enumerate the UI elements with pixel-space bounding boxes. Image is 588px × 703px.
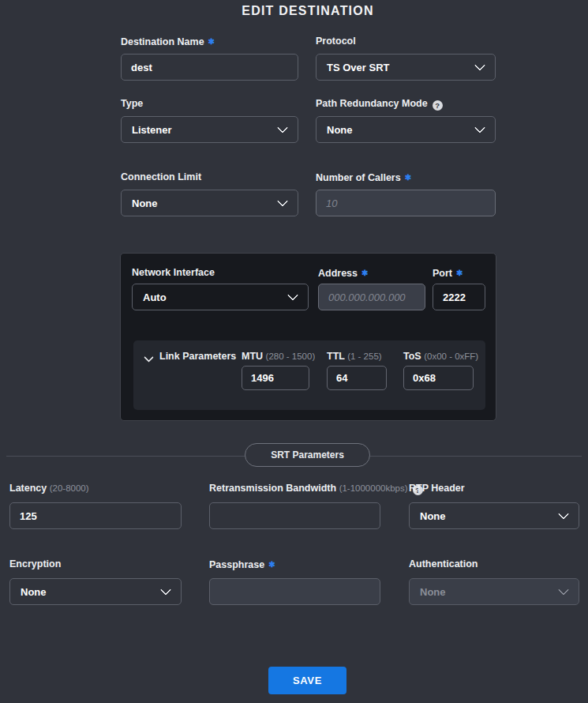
srt-parameters-badge: SRT Parameters (245, 443, 370, 467)
edit-destination-form: EDIT DESTINATION Destination Name✱ Proto… (0, 0, 588, 703)
path-redundancy-value: None (327, 124, 353, 136)
passphrase-label: Passphrase✱ (209, 558, 380, 570)
mtu-hint: (280 - 1500) (266, 352, 316, 361)
rtp-header-field: RTP Header None (409, 483, 579, 529)
protocol-select[interactable]: TS Over SRT (316, 54, 496, 81)
link-parameters-panel: Link Parameters MTU (280 - 1500) TTL (1 … (133, 340, 485, 410)
chevron-down-icon (474, 60, 485, 71)
encryption-select[interactable]: None (9, 578, 182, 605)
network-interface-select[interactable]: Auto (132, 284, 309, 310)
required-asterisk: ✱ (361, 269, 368, 277)
port-label: Port✱ (433, 267, 463, 279)
passphrase-field: Passphrase✱ (209, 558, 380, 605)
protocol-value: TS Over SRT (327, 62, 389, 73)
network-interface-value: Auto (143, 291, 167, 303)
retransmission-bandwidth-label: Retransmission Bandwidth (1-1000000kbps)… (209, 483, 380, 494)
encryption-field: Encryption None (9, 558, 182, 605)
collapse-chevron-icon[interactable] (144, 352, 154, 363)
encryption-label: Encryption (9, 558, 182, 570)
authentication-select: None (409, 578, 579, 605)
link-parameters-label[interactable]: Link Parameters (159, 351, 236, 363)
required-asterisk: ✱ (268, 560, 275, 569)
chevron-down-icon (474, 122, 485, 133)
tos-input[interactable] (403, 366, 474, 390)
port-input[interactable] (433, 284, 485, 310)
rtp-header-select[interactable]: None (409, 502, 579, 529)
path-redundancy-label: Path Redundancy Mode? (316, 98, 496, 110)
authentication-field: Authentication None (409, 558, 579, 605)
latency-label: Latency (20-8000) (9, 483, 182, 494)
required-asterisk: ✱ (208, 37, 215, 46)
retransmission-bandwidth-input[interactable] (209, 502, 380, 529)
ttl-hint: (1 - 255) (347, 352, 381, 361)
rtp-header-label: RTP Header (409, 483, 579, 494)
chevron-down-icon (287, 290, 298, 301)
type-select[interactable]: Listener (121, 116, 298, 143)
ttl-label: TTL (1 - 255) (327, 351, 382, 363)
chevron-down-icon (558, 585, 569, 596)
protocol-label: Protocol (316, 36, 496, 47)
encryption-value: None (21, 586, 47, 598)
authentication-label: Authentication (409, 558, 579, 570)
chevron-down-icon (277, 122, 288, 133)
address-label: Address✱ (318, 267, 368, 279)
destination-name-label: Destination Name✱ (121, 36, 298, 47)
network-interface-label: Network Interface (132, 267, 215, 279)
latency-field: Latency (20-8000) (9, 483, 182, 529)
rtp-header-value: None (420, 510, 446, 522)
number-of-callers-input (316, 190, 496, 216)
required-asterisk: ✱ (456, 269, 463, 277)
tos-hint: (0x00 - 0xFF) (424, 352, 478, 361)
form-row-type-redundancy: Type Listener Path Redundancy Mode? None (121, 98, 496, 143)
save-button[interactable]: SAVE (268, 667, 346, 694)
connection-limit-select[interactable]: None (121, 190, 298, 216)
ttl-input[interactable] (327, 366, 387, 390)
mtu-label: MTU (280 - 1500) (242, 351, 315, 363)
chevron-down-icon (160, 585, 171, 596)
help-icon[interactable]: ? (433, 100, 443, 111)
connection-limit-label: Connection Limit (121, 171, 298, 183)
passphrase-input[interactable] (209, 578, 380, 605)
destination-name-input[interactable] (121, 54, 298, 81)
mtu-input[interactable] (242, 366, 309, 390)
chevron-down-icon (558, 509, 569, 520)
chevron-down-icon (277, 196, 288, 207)
number-of-callers-label: Number of Callers✱ (316, 171, 496, 183)
form-row-name-protocol: Destination Name✱ Protocol TS Over SRT (121, 36, 496, 81)
authentication-value: None (420, 586, 446, 598)
path-redundancy-select[interactable]: None (316, 116, 496, 143)
type-value: Listener (132, 124, 172, 136)
retransmission-bandwidth-field: Retransmission Bandwidth (1-1000000kbps)… (209, 483, 380, 529)
network-panel: Network Interface Address✱ Port✱ Auto Li… (120, 253, 496, 421)
form-row-limit-callers: Connection Limit None Number of Callers✱ (121, 171, 496, 216)
address-input (318, 284, 425, 310)
page-title: EDIT DESTINATION (242, 4, 373, 18)
connection-limit-value: None (132, 197, 158, 209)
required-asterisk: ✱ (405, 173, 411, 182)
latency-hint: (20-8000) (50, 483, 89, 493)
type-label: Type (121, 98, 298, 110)
latency-input[interactable] (9, 502, 182, 529)
retransmission-bandwidth-hint: (1-1000000kbps) (339, 483, 408, 493)
tos-label: ToS (0x00 - 0xFF) (403, 351, 478, 363)
